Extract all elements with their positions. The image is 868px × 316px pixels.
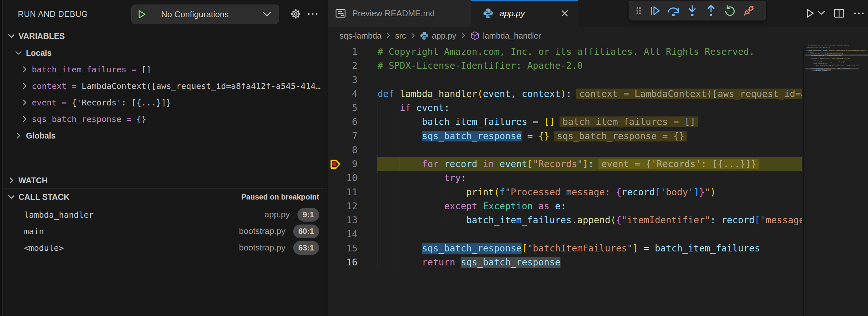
- line-number[interactable]: 5: [327, 101, 358, 115]
- step-into-icon[interactable]: [683, 2, 702, 19]
- code-token: batch_item_failures: [466, 215, 571, 225]
- stack-frame-module[interactable]: <module>bootstrap.py63:1: [3, 240, 327, 256]
- chevron-right-icon[interactable]: [21, 65, 29, 74]
- split-editor-icon[interactable]: [833, 7, 846, 20]
- scope-row-globals[interactable]: Globals: [3, 127, 327, 144]
- close-icon[interactable]: [560, 8, 569, 18]
- code-line-6[interactable]: batch_item_failures = []batch_item_failu…: [378, 115, 699, 129]
- more-actions-icon[interactable]: [852, 7, 865, 20]
- breadcrumb-item-folder[interactable]: src: [395, 31, 406, 40]
- variable-row-context[interactable]: context = LambdaContext([aws_request_id=…: [3, 77, 327, 94]
- code-token: print: [466, 187, 494, 197]
- code-token: {: [616, 215, 621, 225]
- section-header-variables[interactable]: VARIABLES: [3, 28, 327, 44]
- python-icon: [420, 31, 429, 40]
- code-line-10[interactable]: try:: [378, 171, 466, 185]
- code-line-12[interactable]: except Exception as e:: [378, 199, 566, 213]
- code-line-4[interactable]: def lambda_handler(event, context):conte…: [378, 87, 802, 101]
- step-out-icon[interactable]: [702, 2, 720, 19]
- code-token: event: [416, 102, 444, 113]
- code-token: [: [655, 187, 660, 197]
- chevron-right-icon: [409, 32, 416, 39]
- gear-icon[interactable]: [289, 7, 303, 21]
- chevron-down-icon: [7, 193, 16, 201]
- code-line-1[interactable]: # Copyright Amazon.com, Inc. or its affi…: [378, 45, 754, 59]
- code-token: as: [538, 201, 550, 212]
- start-debugging-icon[interactable]: [132, 5, 152, 24]
- variable-row-batch_item_failures[interactable]: batch_item_failures = []: [3, 61, 327, 77]
- code-token: ": [705, 187, 710, 197]
- line-number[interactable]: 3: [327, 73, 358, 87]
- step-over-icon[interactable]: [664, 2, 683, 19]
- breakpoint-paused-icon[interactable]: [330, 158, 341, 170]
- code-token: "Processed message:: [505, 187, 616, 197]
- scope-row-locals[interactable]: Locals: [3, 44, 327, 61]
- code-token: f: [499, 187, 505, 197]
- code-line-2[interactable]: # SPDX-License-Identifier: Apache-2.0: [378, 59, 583, 73]
- variable-text: sqs_batch_response = {}: [32, 114, 327, 124]
- drag-handle-icon[interactable]: [632, 2, 645, 19]
- line-number[interactable]: 4: [327, 87, 358, 101]
- continue-icon[interactable]: [645, 2, 664, 19]
- run-or-debug-icon[interactable]: [803, 7, 816, 20]
- code-token: 'messageId': [850, 65, 858, 66]
- code-line-5[interactable]: if event:: [378, 101, 450, 115]
- line-number[interactable]: 2: [327, 59, 358, 73]
- breadcrumb-item-symbol[interactable]: lambda_handler: [483, 31, 541, 40]
- variable-value: {'Records': [{...}]}: [72, 98, 171, 107]
- stack-frame-main[interactable]: mainbootstrap.py60:1: [3, 223, 327, 240]
- code-editor[interactable]: 1# Copyright Amazon.com, Inc. or its aff…: [327, 45, 802, 316]
- disconnect-icon[interactable]: [739, 2, 758, 19]
- stack-frame-lambda_handler[interactable]: lambda_handlerapp.py9:1: [3, 206, 327, 223]
- code-line-7[interactable]: sqs_batch_response = {}sqs_batch_respons…: [378, 129, 687, 143]
- chevron-right-icon[interactable]: [21, 82, 29, 90]
- line-number[interactable]: 13: [327, 213, 358, 227]
- code-token: Exception: [818, 63, 824, 64]
- sidebar-header: RUN AND DEBUG No Configurations: [3, 0, 327, 28]
- code-token: try: [444, 172, 461, 183]
- chevron-right-icon[interactable]: [21, 115, 29, 123]
- minimap[interactable]: # Copyright Amazon.com, Inc. or its affi…: [803, 45, 868, 316]
- code-token: except: [813, 63, 817, 64]
- chevron-right-icon[interactable]: [14, 131, 23, 140]
- restart-icon[interactable]: [720, 2, 739, 19]
- code-line-13[interactable]: batch_item_failures.append({"itemIdentif…: [378, 213, 802, 227]
- section-header-watch[interactable]: WATCH: [3, 172, 327, 189]
- code-token: :: [815, 60, 816, 61]
- line-number[interactable]: 10: [327, 171, 358, 185]
- more-actions-icon[interactable]: [306, 7, 320, 21]
- tab-app-py[interactable]: app.py: [471, 0, 578, 27]
- code-token: {}: [538, 131, 550, 141]
- chevron-down-icon[interactable]: [817, 10, 826, 16]
- activity-bar-edge: [0, 0, 3, 316]
- debug-config-dropdown[interactable]: No Configurations: [131, 4, 279, 24]
- indent-guide: [400, 227, 400, 241]
- code-line-9[interactable]: for record in event["Records"]:event = {…: [378, 157, 760, 171]
- variable-row-sqs_batch_response[interactable]: sqs_batch_response = {}: [3, 110, 327, 127]
- code-token: return: [811, 69, 815, 71]
- breadcrumb-item-folder[interactable]: sqs-lambda: [340, 31, 381, 40]
- debug-config-label: No Configurations: [152, 9, 262, 20]
- code-token: def: [378, 89, 394, 99]
- line-number[interactable]: 16: [327, 255, 358, 269]
- code-token: =: [522, 131, 538, 141]
- line-number[interactable]: 8: [327, 143, 358, 157]
- breadcrumb-item-file[interactable]: app.py: [432, 31, 456, 40]
- code-line-15[interactable]: sqs_batch_response["batchItemFailures"] …: [378, 242, 760, 255]
- line-number[interactable]: 14: [327, 227, 358, 241]
- line-number[interactable]: 1: [327, 45, 358, 59]
- line-number[interactable]: 7: [327, 129, 358, 143]
- line-number[interactable]: 11: [327, 185, 358, 199]
- code-line-16[interactable]: return sqs_batch_response: [378, 255, 560, 269]
- line-number[interactable]: 6: [327, 115, 358, 129]
- code-line-11[interactable]: print(f"Processed message: {record['body…: [378, 185, 716, 199]
- section-header-call-stack[interactable]: CALL STACK Paused on breakpoint: [3, 189, 327, 205]
- chevron-down-icon[interactable]: [14, 49, 23, 57]
- tab-preview-readme[interactable]: Preview README.md: [327, 0, 471, 27]
- variable-text: event = {'Records': [{...}]}: [32, 98, 327, 107]
- variable-row-event[interactable]: event = {'Records': [{...}]}: [3, 94, 327, 110]
- code-line-2: # SPDX-License-Identifier: Apache-2.0: [806, 46, 830, 48]
- line-number[interactable]: 15: [327, 242, 358, 255]
- chevron-right-icon[interactable]: [21, 98, 29, 107]
- line-number[interactable]: 12: [327, 199, 358, 213]
